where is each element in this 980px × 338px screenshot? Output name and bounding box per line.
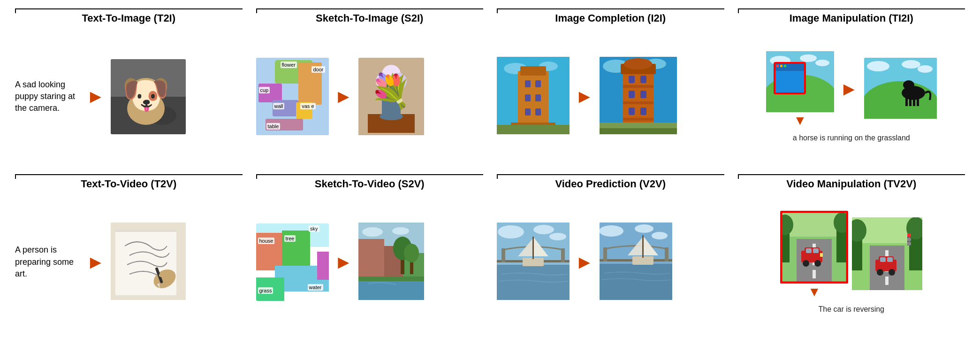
svg-point-96 (362, 227, 383, 237)
svg-rect-68 (775, 64, 804, 71)
s2v-result-svg (358, 223, 424, 300)
svg-rect-50 (623, 118, 653, 121)
s2i-door-label: door (311, 66, 325, 73)
svg-point-76 (918, 65, 933, 73)
svg-point-47 (624, 58, 652, 69)
svg-rect-147 (820, 253, 823, 257)
svg-rect-8 (147, 89, 159, 96)
svg-rect-31 (520, 66, 546, 76)
v2v-after-box (600, 223, 672, 302)
tv2v-after-box (852, 217, 922, 292)
svg-point-168 (907, 242, 911, 246)
svg-point-167 (907, 238, 911, 241)
tv2v-down-arrow: ▼ (780, 285, 848, 299)
t2i-arrow: ► (86, 86, 105, 107)
svg-rect-126 (600, 264, 672, 300)
tv2v-caption: The car is reversing (738, 305, 965, 314)
svg-point-163 (877, 269, 883, 276)
svg-rect-36 (525, 108, 531, 115)
svg-point-63 (815, 60, 829, 66)
svg-rect-7 (133, 89, 145, 96)
svg-rect-51 (629, 76, 635, 83)
svg-point-97 (392, 227, 409, 235)
svg-point-4 (129, 78, 162, 106)
svg-point-120 (600, 225, 623, 237)
s2i-seg-map: flower door cup wall vas e table (256, 58, 329, 135)
i2i-before-box (497, 57, 570, 136)
i2i-before-svg (497, 57, 570, 134)
svg-rect-32 (525, 80, 531, 87)
v2v-before-box (497, 223, 570, 302)
svg-rect-34 (525, 94, 531, 101)
svg-rect-158 (885, 277, 889, 285)
s2i-cup-label: cup (259, 87, 270, 93)
t2i-image (111, 59, 186, 134)
s2i-arrow: ► (334, 86, 353, 107)
svg-point-5 (122, 77, 141, 98)
svg-rect-88 (115, 230, 176, 232)
s2v-grass-label: grass (258, 287, 273, 294)
svg-rect-45 (623, 69, 653, 132)
t2i-content: A sad looking puppy staring at the camer… (15, 29, 243, 164)
svg-rect-112 (561, 248, 565, 262)
t2v-section: Text-To-Video (T2V) A person is preparin… (9, 170, 248, 334)
svg-rect-49 (623, 101, 653, 104)
svg-point-164 (889, 269, 895, 276)
svg-rect-162 (887, 257, 893, 262)
svg-point-20 (388, 79, 403, 94)
t2v-text: A person is preparing some art. (15, 244, 81, 280)
t2i-title: Text-To-Image (T2I) (15, 8, 243, 24)
tv2v-title: Video Manipulation (TV2V) (738, 174, 965, 190)
svg-point-109 (549, 233, 566, 240)
svg-rect-71 (784, 65, 786, 67)
svg-point-3 (127, 92, 165, 125)
ti2i-after-svg (864, 58, 937, 119)
svg-rect-111 (501, 248, 505, 262)
svg-rect-85 (917, 98, 919, 106)
svg-point-62 (800, 54, 817, 62)
svg-rect-53 (629, 91, 635, 98)
s2v-sky-label: sky (309, 225, 319, 232)
ti2i-title: Image Manipulation (TI2I) (738, 8, 965, 24)
svg-rect-128 (642, 235, 644, 258)
svg-rect-144 (813, 248, 819, 253)
s2v-arrow: ► (334, 252, 353, 273)
svg-point-145 (803, 260, 809, 267)
svg-line-23 (391, 82, 396, 98)
s2v-title: Sketch-To-Video (S2V) (256, 174, 484, 190)
svg-point-108 (533, 225, 554, 234)
svg-rect-56 (640, 108, 646, 115)
ti2i-after-box (864, 58, 937, 121)
svg-point-6 (151, 77, 169, 98)
svg-rect-113 (497, 265, 570, 300)
svg-rect-70 (780, 65, 782, 67)
svg-point-15 (382, 95, 401, 100)
svg-rect-39 (497, 125, 570, 134)
tv2v-before-box: ▼ (780, 211, 848, 299)
ti2i-section: Image Manipulation (TI2I) (732, 5, 971, 168)
ti2i-caption: a horse is running on the grassland (738, 134, 965, 142)
svg-point-121 (635, 224, 653, 233)
svg-point-146 (814, 260, 821, 267)
svg-point-16 (376, 73, 393, 90)
s2v-water-label: water (308, 284, 323, 291)
tv2v-images-row: ▼ ► (780, 211, 922, 299)
s2v-tree-label: tree (284, 235, 296, 242)
t2i-section: Text-To-Image (T2I) A sad looking puppy … (9, 5, 248, 168)
t2v-art-svg (111, 223, 186, 300)
svg-point-81 (903, 80, 914, 90)
v2v-arrow: ► (575, 252, 594, 273)
s2i-table-label: table (266, 123, 281, 130)
t2v-arrow: ► (86, 252, 105, 273)
s2i-result-img (358, 58, 424, 135)
svg-point-17 (382, 65, 401, 84)
svg-rect-82 (905, 98, 908, 106)
svg-rect-161 (880, 257, 886, 262)
svg-line-21 (387, 84, 391, 98)
ti2i-images-row: ▼ ► (766, 51, 937, 127)
tv2v-content: ▼ ► (738, 195, 965, 330)
s2i-content: flower door cup wall vas e table ► (256, 29, 484, 164)
svg-rect-69 (776, 65, 779, 67)
i2i-section: Image Completion (I2I) (491, 5, 730, 168)
s2i-flower-svg (358, 58, 424, 135)
